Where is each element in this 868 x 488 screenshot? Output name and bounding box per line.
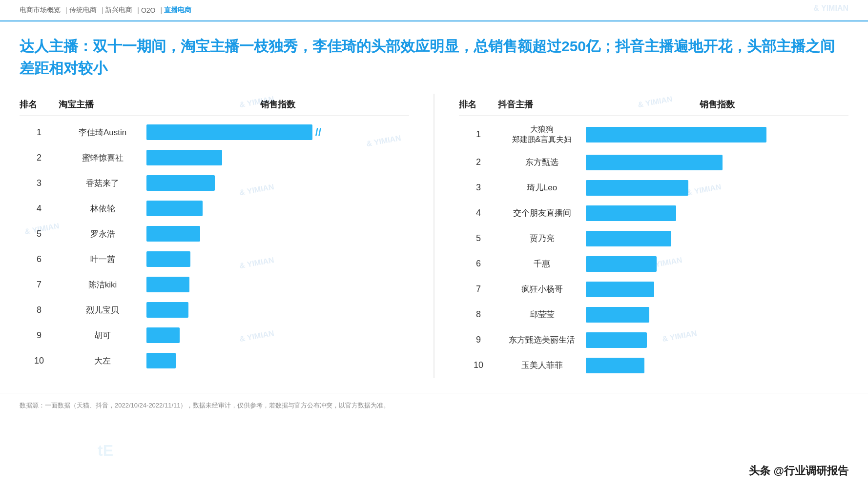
- left-bar-8: [146, 302, 188, 318]
- left-rank-3: 3: [20, 178, 59, 188]
- right-row-1: 1 大狼狗 郑建鹏&言真夫妇: [459, 120, 848, 150]
- left-col1-header: 排名: [20, 99, 59, 110]
- right-bar-container-9: [586, 332, 848, 348]
- right-bar-container-6: [586, 256, 848, 272]
- left-name-10: 大左: [59, 355, 146, 366]
- right-name-3: 琦儿Leo: [498, 182, 586, 193]
- left-name-8: 烈儿宝贝: [59, 305, 146, 316]
- nav-item-4[interactable]: O2O: [141, 6, 156, 14]
- left-name-1: 李佳琦Austin: [59, 127, 146, 138]
- right-bar-container-1: [586, 127, 848, 142]
- left-name-7: 陈洁kiki: [59, 279, 146, 290]
- left-name-2: 蜜蜂惊喜社: [59, 152, 146, 163]
- left-bar-7: [146, 277, 189, 292]
- separator-1: |: [65, 6, 67, 14]
- right-rank-4: 4: [459, 208, 498, 218]
- left-name-4: 林依轮: [59, 203, 146, 214]
- right-panel-header: 排名 抖音主播 销售指数: [459, 94, 848, 116]
- nav-item-1[interactable]: 电商市场概览: [20, 6, 61, 15]
- right-bar-3: [586, 180, 688, 196]
- left-row-10: 10 大左: [20, 348, 409, 373]
- right-rank-9: 9: [459, 335, 498, 345]
- left-row-1: 1 李佳琦Austin //: [20, 120, 409, 145]
- right-row-9: 9 东方甄选美丽生活: [459, 327, 848, 353]
- left-bar-10: [146, 353, 176, 368]
- right-panel: 排名 抖音主播 销售指数 1 大狼狗 郑建鹏&言真夫妇 2 东方甄选 3: [459, 94, 848, 378]
- right-name-6: 千惠: [498, 258, 586, 269]
- left-bar-2: [146, 150, 222, 165]
- right-rank-7: 7: [459, 284, 498, 294]
- right-bar-9: [586, 332, 647, 348]
- break-symbol: //: [315, 126, 321, 139]
- right-name-7: 疯狂小杨哥: [498, 284, 586, 295]
- left-bar-container-9: [146, 327, 409, 343]
- right-col3-header: 销售指数: [586, 99, 848, 110]
- right-col1-header: 排名: [459, 99, 498, 110]
- right-rank-6: 6: [459, 259, 498, 269]
- right-row-5: 5 贾乃亮: [459, 226, 848, 251]
- right-bar-10: [586, 358, 644, 373]
- main-title: 达人主播：双十一期间，淘宝主播一枝独秀，李佳琦的头部效应明显，总销售额超过250…: [20, 35, 848, 79]
- right-bar-4: [586, 205, 676, 221]
- left-bar-1: //: [146, 124, 312, 140]
- left-rank-5: 5: [20, 229, 59, 239]
- left-row-9: 9 胡可: [20, 323, 409, 348]
- left-row-8: 8 烈儿宝贝: [20, 297, 409, 323]
- left-bar-9: [146, 327, 180, 343]
- left-bar-container-8: [146, 302, 409, 318]
- separator-4: |: [161, 6, 163, 14]
- left-rank-8: 8: [20, 305, 59, 315]
- nav-item-2[interactable]: 传统电商: [69, 6, 97, 15]
- right-name-9: 东方甄选美丽生活: [498, 334, 586, 346]
- logo-text: 头条 @行业调研报告: [749, 464, 848, 478]
- left-row-6: 6 叶一茜: [20, 246, 409, 272]
- left-rank-7: 7: [20, 280, 59, 290]
- left-bar-container-5: [146, 226, 409, 242]
- right-bar-2: [586, 155, 723, 170]
- right-rank-1: 1: [459, 129, 498, 140]
- footer: 数据源：一面数据（天猫、抖音，2022/10/24-2022/11/11），数据…: [0, 393, 868, 418]
- right-rank-8: 8: [459, 309, 498, 320]
- right-name-2: 东方甄选: [498, 157, 586, 168]
- left-bar-container-3: [146, 175, 409, 191]
- right-row-8: 8 邱莹莹: [459, 302, 848, 327]
- right-bar-1: [586, 127, 766, 142]
- left-rank-2: 2: [20, 153, 59, 163]
- left-bar-5: [146, 226, 200, 242]
- right-row-10: 10 玉美人菲菲: [459, 353, 848, 378]
- left-bar-container-4: [146, 201, 409, 216]
- left-panel: 排名 淘宝主播 销售指数 1 李佳琦Austin // 2 蜜蜂惊喜社 3 香菇…: [20, 94, 409, 378]
- footer-text: 数据源：一面数据（天猫、抖音，2022/10/24-2022/11/11），数据…: [20, 402, 390, 409]
- right-bar-container-10: [586, 358, 848, 373]
- right-row-4: 4 交个朋友直播间: [459, 201, 848, 226]
- left-name-5: 罗永浩: [59, 228, 146, 240]
- left-row-2: 2 蜜蜂惊喜社: [20, 145, 409, 170]
- left-col2-header: 淘宝主播: [59, 99, 146, 110]
- right-name-10: 玉美人菲菲: [498, 360, 586, 371]
- left-rank-1: 1: [20, 127, 59, 138]
- right-bar-5: [586, 231, 671, 246]
- right-rank-2: 2: [459, 157, 498, 167]
- right-name-1: 大狼狗 郑建鹏&言真夫妇: [498, 124, 586, 145]
- left-col3-header: 销售指数: [146, 99, 409, 110]
- te-watermark: tE: [98, 442, 113, 460]
- left-bar-container-1: //: [146, 124, 409, 140]
- left-bar-container-2: [146, 150, 409, 165]
- right-row-3: 3 琦儿Leo: [459, 175, 848, 201]
- left-panel-header: 排名 淘宝主播 销售指数: [20, 94, 409, 116]
- right-row-6: 6 千惠: [459, 251, 848, 277]
- left-bar-container-6: [146, 251, 409, 267]
- left-rank-10: 10: [20, 356, 59, 366]
- left-row-7: 7 陈洁kiki: [20, 272, 409, 297]
- right-row-2: 2 东方甄选: [459, 150, 848, 175]
- separator-3: |: [137, 6, 139, 14]
- left-name-3: 香菇来了: [59, 178, 146, 189]
- left-bar-container-10: [146, 353, 409, 368]
- nav-item-5-active[interactable]: 直播电商: [164, 6, 191, 15]
- nav-item-3[interactable]: 新兴电商: [105, 6, 132, 15]
- bottom-logo: 头条 @行业调研报告: [749, 464, 848, 478]
- left-rank-9: 9: [20, 330, 59, 341]
- right-bar-container-3: [586, 180, 848, 196]
- left-row-5: 5 罗永浩: [20, 221, 409, 246]
- right-rank-5: 5: [459, 233, 498, 244]
